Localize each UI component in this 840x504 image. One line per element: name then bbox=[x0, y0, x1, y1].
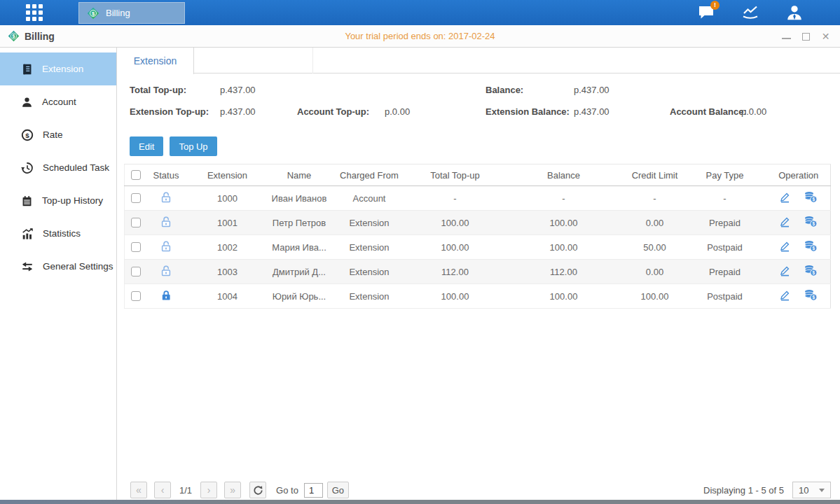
cell-credit-limit: 0.00 bbox=[627, 211, 683, 235]
last-page-button[interactable]: » bbox=[224, 482, 241, 498]
row-checkbox[interactable] bbox=[131, 218, 141, 227]
edit-button[interactable]: Edit bbox=[130, 136, 163, 156]
select-all-checkbox[interactable] bbox=[131, 170, 141, 180]
messages-icon[interactable]: ! bbox=[697, 4, 715, 22]
sidebar-item-extension[interactable]: Extension bbox=[0, 52, 116, 85]
sidebar-item-topup-history[interactable]: Top-up History bbox=[0, 184, 116, 217]
top-up-coins-icon[interactable]: $ bbox=[804, 216, 818, 230]
lock-open-icon[interactable] bbox=[160, 191, 172, 205]
extensions-table: Status Extension Name Charged From Total… bbox=[124, 164, 831, 309]
cell-total-topup: 100.00 bbox=[410, 284, 501, 309]
monitor-chart-icon[interactable] bbox=[741, 4, 759, 22]
col-total-topup: Total Top-up bbox=[410, 164, 501, 186]
edit-icon[interactable] bbox=[779, 265, 791, 279]
page-size-value: 10 bbox=[799, 485, 808, 496]
row-checkbox[interactable] bbox=[131, 242, 141, 252]
sidebar-item-statistics[interactable]: Statistics bbox=[0, 217, 116, 250]
extension-topup-label: Extension Top-up: bbox=[130, 106, 209, 117]
goto-label: Go to bbox=[276, 485, 298, 496]
lock-open-icon[interactable] bbox=[160, 240, 172, 254]
top-up-coins-icon[interactable]: $ bbox=[804, 240, 818, 254]
edit-icon[interactable] bbox=[779, 240, 791, 254]
cell-pay-type: Prepaid bbox=[683, 260, 767, 284]
tab-extension[interactable]: Extension bbox=[117, 48, 194, 74]
taskbar-tab-label: Billing bbox=[106, 8, 130, 18]
first-page-button[interactable]: « bbox=[130, 482, 147, 498]
calendar-icon bbox=[21, 195, 33, 207]
billing-window-icon: $ bbox=[8, 30, 20, 42]
cell-charged-from: Account bbox=[329, 186, 410, 211]
account-balance-value: p.0.00 bbox=[741, 106, 766, 117]
balance-value: p.437.00 bbox=[574, 85, 610, 95]
cell-credit-limit: - bbox=[627, 186, 683, 211]
svg-text:$: $ bbox=[13, 34, 15, 39]
sidebar-item-rate[interactable]: $ Rate bbox=[0, 118, 116, 151]
pagination-bar: « ‹ 1/1 › » Go to Go Displaying 1 - 5 of… bbox=[124, 480, 831, 500]
svg-text:$: $ bbox=[813, 295, 815, 300]
lock-closed-icon[interactable] bbox=[160, 289, 172, 303]
minimize-button[interactable] bbox=[782, 31, 791, 41]
sidebar-label: Rate bbox=[43, 130, 63, 140]
row-checkbox[interactable] bbox=[131, 267, 141, 276]
cell-pay-type: Postpaid bbox=[683, 235, 767, 260]
cell-total-topup: 100.00 bbox=[410, 211, 501, 235]
top-up-coins-icon[interactable]: $ bbox=[804, 289, 818, 303]
cell-total-topup: 100.00 bbox=[410, 235, 501, 260]
cell-balance: 100.00 bbox=[501, 284, 627, 309]
sliders-icon bbox=[21, 260, 34, 273]
lock-open-icon[interactable] bbox=[160, 265, 172, 279]
taskbar-billing-tab[interactable]: $ Billing bbox=[78, 2, 185, 24]
extension-balance-label: Extension Balance: bbox=[486, 106, 570, 117]
page-indicator: 1/1 bbox=[179, 485, 192, 496]
main-panel: Extension Total Top-up: p.437.00 Balance… bbox=[117, 48, 840, 504]
billing-app-icon: $ bbox=[87, 7, 99, 20]
prev-page-button[interactable]: ‹ bbox=[154, 482, 171, 498]
next-page-button[interactable]: › bbox=[200, 482, 217, 498]
edit-icon[interactable] bbox=[779, 216, 791, 230]
edit-icon[interactable] bbox=[779, 289, 791, 303]
svg-text:$: $ bbox=[813, 246, 815, 251]
col-balance: Balance bbox=[501, 164, 627, 186]
cell-name: Петр Петров bbox=[270, 211, 329, 235]
sidebar-label: Extension bbox=[42, 64, 83, 74]
cell-total-topup: - bbox=[410, 186, 501, 211]
sidebar-item-account[interactable]: Account bbox=[0, 85, 116, 118]
edit-icon[interactable] bbox=[779, 191, 791, 205]
row-checkbox[interactable] bbox=[131, 193, 141, 203]
top-up-coins-icon[interactable]: $ bbox=[804, 191, 818, 205]
goto-page-input[interactable] bbox=[304, 483, 323, 498]
close-button[interactable]: ✕ bbox=[821, 31, 830, 41]
extension-topup-value: p.437.00 bbox=[220, 106, 256, 117]
cell-name: Юрий Юрь... bbox=[270, 284, 329, 309]
page-size-select[interactable]: 10 bbox=[792, 482, 831, 498]
history-clock-icon bbox=[21, 162, 34, 174]
total-topup-label: Total Top-up: bbox=[130, 85, 186, 95]
cell-extension: 1003 bbox=[186, 260, 270, 284]
sidebar-label: Statistics bbox=[43, 228, 81, 239]
cell-credit-limit: 0.00 bbox=[627, 260, 683, 284]
total-topup-value: p.437.00 bbox=[220, 85, 256, 95]
lock-open-icon[interactable] bbox=[160, 216, 172, 230]
taskbar: $ Billing ! bbox=[0, 0, 840, 25]
table-header-row: Status Extension Name Charged From Total… bbox=[125, 164, 831, 186]
user-account-icon[interactable] bbox=[785, 4, 804, 22]
sidebar-item-scheduled-task[interactable]: Scheduled Task bbox=[0, 151, 116, 184]
maximize-button[interactable] bbox=[801, 31, 811, 41]
top-up-button[interactable]: Top Up bbox=[170, 136, 216, 156]
refresh-button[interactable] bbox=[249, 482, 266, 498]
go-button[interactable]: Go bbox=[327, 482, 349, 498]
cell-charged-from: Extension bbox=[329, 235, 410, 260]
app-grid-icon[interactable] bbox=[26, 4, 43, 21]
sidebar-label: Top-up History bbox=[42, 195, 103, 206]
sidebar-item-general-settings[interactable]: General Settings bbox=[0, 250, 116, 283]
tab-separator bbox=[312, 48, 313, 74]
row-checkbox[interactable] bbox=[131, 291, 141, 301]
sidebar-label: General Settings bbox=[43, 261, 113, 272]
cell-credit-limit: 100.00 bbox=[627, 284, 683, 309]
ledger-icon bbox=[21, 63, 33, 76]
bar-chart-icon bbox=[21, 227, 34, 240]
col-operation: Operation bbox=[767, 164, 831, 186]
top-up-coins-icon[interactable]: $ bbox=[804, 265, 818, 279]
svg-text:$: $ bbox=[813, 270, 815, 276]
balance-label: Balance: bbox=[486, 85, 523, 95]
